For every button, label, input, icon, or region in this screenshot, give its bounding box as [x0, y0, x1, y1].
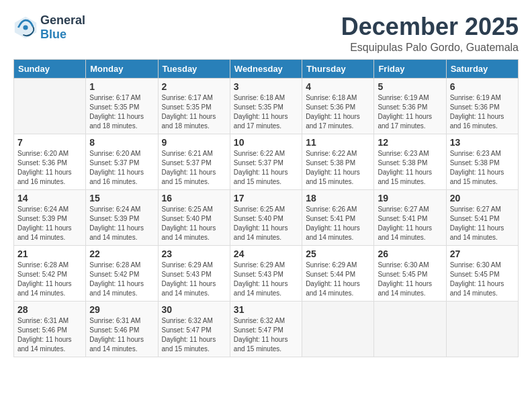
calendar-cell: 6Sunrise: 6:19 AMSunset: 5:36 PMDaylight…: [446, 78, 518, 134]
calendar-cell: 15Sunrise: 6:24 AMSunset: 5:39 PMDayligh…: [86, 189, 158, 245]
day-number: 6: [450, 81, 515, 92]
calendar-week-row: 1Sunrise: 6:17 AMSunset: 5:35 PMDaylight…: [14, 78, 519, 134]
calendar-cell: 23Sunrise: 6:29 AMSunset: 5:43 PMDayligh…: [158, 245, 230, 301]
page-header: General Blue December 2025 Esquipulas Pa…: [13, 13, 519, 54]
day-info: Sunrise: 6:27 AMSunset: 5:41 PMDaylight:…: [378, 205, 442, 242]
logo-blue: Blue: [40, 28, 66, 41]
day-info: Sunrise: 6:32 AMSunset: 5:47 PMDaylight:…: [162, 316, 226, 354]
calendar-cell: 16Sunrise: 6:25 AMSunset: 5:40 PMDayligh…: [158, 189, 230, 245]
calendar-cell: 9Sunrise: 6:21 AMSunset: 5:37 PMDaylight…: [158, 134, 230, 189]
calendar-cell: 25Sunrise: 6:29 AMSunset: 5:44 PMDayligh…: [302, 245, 374, 301]
day-number: 3: [234, 81, 298, 92]
calendar-week-row: 21Sunrise: 6:28 AMSunset: 5:42 PMDayligh…: [14, 245, 519, 301]
day-number: 14: [17, 193, 82, 203]
day-number: 21: [17, 248, 82, 259]
day-info: Sunrise: 6:17 AMSunset: 5:35 PMDaylight:…: [89, 93, 154, 131]
day-info: Sunrise: 6:23 AMSunset: 5:38 PMDaylight:…: [378, 149, 442, 187]
day-number: 8: [89, 137, 154, 148]
calendar-cell: 14Sunrise: 6:24 AMSunset: 5:39 PMDayligh…: [14, 189, 86, 245]
day-info: Sunrise: 6:18 AMSunset: 5:36 PMDaylight:…: [306, 93, 370, 131]
calendar-week-row: 7Sunrise: 6:20 AMSunset: 5:36 PMDaylight…: [14, 134, 519, 189]
day-info: Sunrise: 6:25 AMSunset: 5:40 PMDaylight:…: [234, 205, 298, 242]
calendar-cell: 5Sunrise: 6:19 AMSunset: 5:36 PMDaylight…: [374, 78, 446, 134]
calendar-cell: 28Sunrise: 6:31 AMSunset: 5:46 PMDayligh…: [14, 301, 86, 357]
day-info: Sunrise: 6:29 AMSunset: 5:43 PMDaylight:…: [234, 261, 298, 298]
calendar-cell: 13Sunrise: 6:23 AMSunset: 5:38 PMDayligh…: [446, 134, 518, 189]
day-number: 18: [306, 193, 370, 203]
calendar-week-row: 14Sunrise: 6:24 AMSunset: 5:39 PMDayligh…: [14, 189, 519, 245]
day-number: 25: [306, 248, 370, 259]
logo-general: General: [40, 13, 85, 27]
day-number: 30: [162, 304, 226, 315]
day-info: Sunrise: 6:17 AMSunset: 5:35 PMDaylight:…: [162, 93, 226, 131]
calendar-cell: 31Sunrise: 6:32 AMSunset: 5:47 PMDayligh…: [230, 301, 302, 357]
day-number: 26: [378, 248, 442, 259]
calendar-cell: 3Sunrise: 6:18 AMSunset: 5:35 PMDaylight…: [230, 78, 302, 134]
day-number: 31: [234, 304, 298, 315]
day-info: Sunrise: 6:29 AMSunset: 5:44 PMDaylight:…: [306, 261, 370, 298]
day-info: Sunrise: 6:19 AMSunset: 5:36 PMDaylight:…: [450, 93, 515, 131]
day-info: Sunrise: 6:30 AMSunset: 5:45 PMDaylight:…: [450, 261, 515, 298]
weekday-header-tuesday: Tuesday: [158, 59, 230, 78]
calendar-cell: 26Sunrise: 6:30 AMSunset: 5:45 PMDayligh…: [374, 245, 446, 301]
day-info: Sunrise: 6:22 AMSunset: 5:37 PMDaylight:…: [234, 149, 298, 187]
calendar-cell: 18Sunrise: 6:26 AMSunset: 5:41 PMDayligh…: [302, 189, 374, 245]
calendar-cell: 20Sunrise: 6:27 AMSunset: 5:41 PMDayligh…: [446, 189, 518, 245]
weekday-header-monday: Monday: [86, 59, 158, 78]
day-number: 24: [234, 248, 298, 259]
day-number: 28: [17, 304, 82, 315]
weekday-header-wednesday: Wednesday: [230, 59, 302, 78]
calendar-cell: 1Sunrise: 6:17 AMSunset: 5:35 PMDaylight…: [86, 78, 158, 134]
day-info: Sunrise: 6:32 AMSunset: 5:47 PMDaylight:…: [234, 316, 298, 354]
day-number: 11: [306, 137, 370, 148]
title-block: December 2025 Esquipulas Palo Gordo, Gua…: [341, 13, 519, 54]
day-number: 13: [450, 137, 515, 148]
day-info: Sunrise: 6:31 AMSunset: 5:46 PMDaylight:…: [17, 316, 82, 354]
day-info: Sunrise: 6:26 AMSunset: 5:41 PMDaylight:…: [306, 205, 370, 242]
day-info: Sunrise: 6:24 AMSunset: 5:39 PMDaylight:…: [17, 205, 82, 242]
day-number: 12: [378, 137, 442, 148]
day-info: Sunrise: 6:20 AMSunset: 5:36 PMDaylight:…: [17, 149, 82, 187]
day-info: Sunrise: 6:19 AMSunset: 5:36 PMDaylight:…: [378, 93, 442, 131]
day-number: 2: [162, 81, 226, 92]
calendar-cell: 7Sunrise: 6:20 AMSunset: 5:36 PMDaylight…: [14, 134, 86, 189]
day-info: Sunrise: 6:20 AMSunset: 5:37 PMDaylight:…: [89, 149, 154, 187]
calendar-table: SundayMondayTuesdayWednesdayThursdayFrid…: [13, 59, 519, 357]
calendar-cell: 27Sunrise: 6:30 AMSunset: 5:45 PMDayligh…: [446, 245, 518, 301]
day-info: Sunrise: 6:24 AMSunset: 5:39 PMDaylight:…: [89, 205, 154, 242]
day-number: 27: [450, 248, 515, 259]
day-info: Sunrise: 6:29 AMSunset: 5:43 PMDaylight:…: [162, 261, 226, 298]
calendar-cell: 21Sunrise: 6:28 AMSunset: 5:42 PMDayligh…: [14, 245, 86, 301]
day-info: Sunrise: 6:27 AMSunset: 5:41 PMDaylight:…: [450, 205, 515, 242]
logo-text: General Blue: [40, 13, 85, 42]
calendar-cell: 12Sunrise: 6:23 AMSunset: 5:38 PMDayligh…: [374, 134, 446, 189]
day-info: Sunrise: 6:21 AMSunset: 5:37 PMDaylight:…: [162, 149, 226, 187]
day-info: Sunrise: 6:28 AMSunset: 5:42 PMDaylight:…: [89, 261, 154, 298]
calendar-week-row: 28Sunrise: 6:31 AMSunset: 5:46 PMDayligh…: [14, 301, 519, 357]
calendar-header-row: SundayMondayTuesdayWednesdayThursdayFrid…: [14, 59, 519, 78]
day-info: Sunrise: 6:18 AMSunset: 5:35 PMDaylight:…: [234, 93, 298, 131]
weekday-header-thursday: Thursday: [302, 59, 374, 78]
day-info: Sunrise: 6:22 AMSunset: 5:38 PMDaylight:…: [306, 149, 370, 187]
day-info: Sunrise: 6:31 AMSunset: 5:46 PMDaylight:…: [89, 316, 154, 354]
day-number: 7: [17, 137, 82, 148]
day-info: Sunrise: 6:28 AMSunset: 5:42 PMDaylight:…: [17, 261, 82, 298]
location-title: Esquipulas Palo Gordo, Guatemala: [341, 42, 519, 54]
calendar-cell: 30Sunrise: 6:32 AMSunset: 5:47 PMDayligh…: [158, 301, 230, 357]
weekday-header-sunday: Sunday: [14, 59, 86, 78]
calendar-cell: [446, 301, 518, 357]
logo-icon: [13, 15, 38, 40]
day-number: 19: [378, 193, 442, 203]
month-title: December 2025: [341, 13, 519, 40]
calendar-cell: [302, 301, 374, 357]
day-number: 23: [162, 248, 226, 259]
svg-point-1: [23, 25, 28, 30]
calendar-cell: [374, 301, 446, 357]
day-number: 15: [89, 193, 154, 203]
calendar-cell: 8Sunrise: 6:20 AMSunset: 5:37 PMDaylight…: [86, 134, 158, 189]
calendar-cell: 17Sunrise: 6:25 AMSunset: 5:40 PMDayligh…: [230, 189, 302, 245]
day-number: 5: [378, 81, 442, 92]
day-number: 1: [89, 81, 154, 92]
calendar-cell: 10Sunrise: 6:22 AMSunset: 5:37 PMDayligh…: [230, 134, 302, 189]
day-info: Sunrise: 6:30 AMSunset: 5:45 PMDaylight:…: [378, 261, 442, 298]
